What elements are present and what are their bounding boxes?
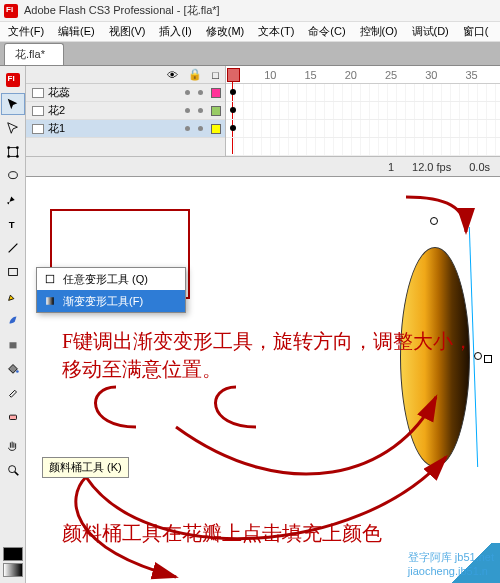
svg-text:T: T bbox=[8, 219, 14, 230]
menu-commands[interactable]: 命令(C) bbox=[302, 22, 351, 41]
menu-insert[interactable]: 插入(I) bbox=[153, 22, 197, 41]
selection-tool[interactable] bbox=[1, 93, 25, 115]
hand-tool[interactable] bbox=[1, 435, 25, 457]
app-icon bbox=[4, 4, 18, 18]
free-transform-icon bbox=[43, 272, 57, 286]
window-title: Adobe Flash CS3 Professional - [花.fla*] bbox=[24, 3, 220, 18]
timeline-status: 1 12.0 fps 0.0s bbox=[26, 156, 500, 176]
frame-row[interactable] bbox=[226, 120, 500, 138]
annotation-text-2: 颜料桶工具在花瓣上点击填充上颜色 bbox=[62, 520, 382, 547]
menu-debug[interactable]: 调试(D) bbox=[406, 22, 455, 41]
keyframe-icon bbox=[230, 89, 236, 95]
menu-bar: 文件(F) 编辑(E) 视图(V) 插入(I) 修改(M) 文本(T) 命令(C… bbox=[0, 22, 500, 42]
svg-point-12 bbox=[8, 466, 15, 473]
gradient-width-handle[interactable] bbox=[484, 355, 492, 363]
paint-bucket-tooltip: 颜料桶工具 (K) bbox=[42, 457, 129, 478]
watermark: 登字阿库 jb51.net jiaocheng.jb51.n bbox=[408, 550, 494, 577]
svg-line-7 bbox=[8, 244, 17, 253]
fl-badge-icon bbox=[1, 69, 25, 91]
pencil-tool[interactable] bbox=[1, 285, 25, 307]
tools-panel: T bbox=[0, 66, 26, 583]
stroke-color-swatch[interactable] bbox=[3, 547, 23, 561]
free-transform-option[interactable]: 任意变形工具 (Q) bbox=[37, 268, 185, 290]
menu-modify[interactable]: 修改(M) bbox=[200, 22, 251, 41]
svg-point-1 bbox=[7, 146, 10, 149]
layer-row-0[interactable]: 花蕊 bbox=[26, 84, 225, 102]
line-tool[interactable] bbox=[1, 237, 25, 259]
keyframe-icon bbox=[230, 107, 236, 113]
outline-icon[interactable]: □ bbox=[212, 69, 219, 81]
paint-bucket-tool[interactable] bbox=[1, 357, 25, 379]
svg-rect-9 bbox=[9, 342, 16, 348]
layer-icon bbox=[32, 106, 44, 116]
fill-color-swatch[interactable] bbox=[3, 563, 23, 577]
transform-tool-flyout: 任意变形工具 (Q) 渐变变形工具(F) bbox=[36, 267, 186, 313]
gradient-transform-option[interactable]: 渐变变形工具(F) bbox=[37, 290, 185, 312]
rectangle-tool[interactable] bbox=[1, 261, 25, 283]
layer-list: 👁 🔒 □ 花蕊 花2 bbox=[26, 66, 226, 156]
timeline-frames[interactable]: 5101520253035 bbox=[226, 66, 500, 156]
time-display: 0.0s bbox=[469, 161, 490, 173]
menu-file[interactable]: 文件(F) bbox=[2, 22, 50, 41]
lock-icon[interactable]: 🔒 bbox=[188, 68, 202, 81]
svg-point-2 bbox=[16, 146, 19, 149]
free-transform-tool[interactable] bbox=[1, 141, 25, 163]
lasso-tool[interactable] bbox=[1, 165, 25, 187]
layer-header: 👁 🔒 □ bbox=[26, 66, 225, 84]
eraser-tool[interactable] bbox=[1, 405, 25, 427]
option-label: 任意变形工具 (Q) bbox=[63, 272, 148, 287]
menu-text[interactable]: 文本(T) bbox=[252, 22, 300, 41]
eye-icon[interactable]: 👁 bbox=[167, 69, 178, 81]
gradient-rotate-handle[interactable] bbox=[430, 217, 438, 225]
text-tool[interactable]: T bbox=[1, 213, 25, 235]
layer-row-1[interactable]: 花2 bbox=[26, 102, 225, 120]
fps-display: 12.0 fps bbox=[412, 161, 451, 173]
gradient-transform-icon bbox=[43, 294, 57, 308]
layer-name: 花2 bbox=[48, 103, 65, 118]
svg-point-3 bbox=[7, 155, 10, 158]
layer-row-2[interactable]: 花1 bbox=[26, 120, 225, 138]
keyframe-icon bbox=[230, 125, 236, 131]
svg-point-4 bbox=[16, 155, 19, 158]
frame-row[interactable] bbox=[226, 138, 500, 156]
stage-canvas[interactable]: 任意变形工具 (Q) 渐变变形工具(F) F键调出渐变变形工具，旋转方向，调整大… bbox=[26, 177, 500, 583]
timeline-panel: 👁 🔒 □ 花蕊 花2 bbox=[26, 66, 500, 177]
document-tab-strip: 花.fla* bbox=[0, 42, 500, 66]
frame-ruler: 5101520253035 bbox=[226, 66, 500, 84]
ink-bottle-tool[interactable] bbox=[1, 333, 25, 355]
svg-rect-14 bbox=[46, 275, 54, 283]
layer-icon bbox=[32, 124, 44, 134]
svg-rect-0 bbox=[8, 148, 17, 157]
svg-line-13 bbox=[14, 472, 18, 476]
brush-tool[interactable] bbox=[1, 309, 25, 331]
svg-point-5 bbox=[8, 172, 17, 179]
zoom-tool[interactable] bbox=[1, 459, 25, 481]
svg-rect-15 bbox=[46, 297, 54, 305]
menu-window[interactable]: 窗口( bbox=[457, 22, 495, 41]
document-tab[interactable]: 花.fla* bbox=[4, 43, 64, 65]
option-label: 渐变变形工具(F) bbox=[63, 294, 143, 309]
layer-name: 花1 bbox=[48, 121, 65, 136]
frame-row[interactable] bbox=[226, 102, 500, 120]
svg-point-10 bbox=[16, 370, 19, 373]
menu-view[interactable]: 视图(V) bbox=[103, 22, 152, 41]
svg-rect-11 bbox=[9, 415, 16, 419]
menu-edit[interactable]: 编辑(E) bbox=[52, 22, 101, 41]
frame-row[interactable] bbox=[226, 84, 500, 102]
pen-tool[interactable] bbox=[1, 189, 25, 211]
annotation-text-1: F键调出渐变变形工具，旋转方向，调整大小，移动至满意位置。 bbox=[62, 327, 482, 383]
color-swatches bbox=[0, 541, 25, 583]
layer-name: 花蕊 bbox=[48, 85, 70, 100]
current-frame: 1 bbox=[388, 161, 394, 173]
eyedropper-tool[interactable] bbox=[1, 381, 25, 403]
svg-rect-8 bbox=[8, 269, 17, 276]
title-bar: Adobe Flash CS3 Professional - [花.fla*] bbox=[0, 0, 500, 22]
subselection-tool[interactable] bbox=[1, 117, 25, 139]
layer-icon bbox=[32, 88, 44, 98]
menu-control[interactable]: 控制(O) bbox=[354, 22, 404, 41]
